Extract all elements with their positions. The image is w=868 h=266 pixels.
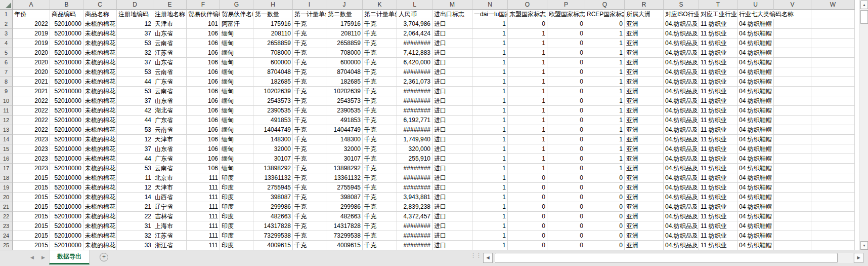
cell-R17[interactable]: 亚洲 (625, 164, 664, 173)
cell-O15[interactable]: 1 (508, 144, 547, 154)
cell-O18[interactable]: 0 (508, 173, 547, 183)
cell-F3[interactable]: 106 (187, 29, 220, 39)
cell-R5[interactable]: 亚洲 (625, 48, 664, 58)
cell-M8[interactable]: 进口 (432, 77, 472, 87)
cell-K3[interactable]: 千克 (363, 29, 397, 39)
column-header-N[interactable]: N (472, 0, 508, 10)
cell-I15[interactable]: 千克 (293, 144, 326, 154)
cell-D5[interactable]: 32 (117, 48, 153, 58)
cell-N23[interactable]: 1 (472, 221, 508, 231)
cell-K16[interactable]: 千克 (363, 154, 397, 164)
cell-R24[interactable]: 亚洲 (625, 231, 664, 241)
cell-O8[interactable]: 1 (508, 77, 547, 87)
cell-G10[interactable]: 缅甸 (220, 96, 253, 106)
column-header-C[interactable]: C (83, 0, 117, 10)
cell-S2[interactable]: 04.纺织品及 (664, 19, 699, 29)
cell-S3[interactable]: 04.纺织品及 (664, 29, 699, 39)
cell-A18[interactable]: 2015 (13, 173, 50, 183)
cell-S23[interactable]: 04.纺织品及 (664, 221, 699, 231)
cell-C8[interactable]: 未梳的棉花 (83, 77, 117, 87)
cell-D4[interactable]: 53 (117, 39, 153, 48)
cell-H5[interactable]: 708000 (253, 48, 293, 58)
cell-F23[interactable]: 111 (187, 221, 220, 231)
cell-S11[interactable]: 04.纺织品及 (664, 106, 699, 116)
cell-V23[interactable] (774, 221, 811, 231)
cell-S1[interactable]: 对应ISO行业 (664, 10, 699, 19)
cell-B25[interactable]: 52010000 (50, 241, 83, 250)
cell-Q25[interactable]: 0 (585, 241, 625, 250)
cell-Q6[interactable]: 1 (585, 58, 625, 67)
cell-H18[interactable]: 13361132 (253, 173, 293, 183)
cell-C5[interactable]: 未梳的棉花 (83, 48, 117, 58)
cell-C17[interactable]: 未梳的棉花 (83, 164, 117, 173)
cell-F6[interactable]: 106 (187, 58, 220, 67)
cell-M22[interactable]: 进口 (432, 212, 472, 221)
cell-A3[interactable]: 2019 (13, 29, 50, 39)
cell-F7[interactable]: 106 (187, 67, 220, 77)
cell-K14[interactable]: 千克 (363, 135, 397, 144)
cell-L1[interactable]: 人民币 (397, 10, 432, 19)
cell-D6[interactable]: 37 (117, 58, 153, 67)
column-header-B[interactable]: B (50, 0, 83, 10)
cell-O19[interactable]: 0 (508, 183, 547, 193)
cell-E20[interactable]: 山西省 (153, 193, 187, 202)
cell-Q15[interactable]: 1 (585, 144, 625, 154)
cell-A11[interactable]: 2022 (13, 106, 50, 116)
cell-V18[interactable] (774, 173, 811, 183)
cell-Q2[interactable]: 0 (585, 19, 625, 29)
cell-N3[interactable]: 1 (472, 29, 508, 39)
cell-D22[interactable]: 22 (117, 212, 153, 221)
cell-U3[interactable]: 04 纺织鞋帽 (737, 29, 774, 39)
cell-B19[interactable]: 52010000 (50, 183, 83, 193)
cell-N13[interactable]: 1 (472, 125, 508, 135)
cell-T13[interactable]: 11 纺织业 (699, 125, 737, 135)
cell-J1[interactable]: 第二数量 (326, 10, 363, 19)
column-header-K[interactable]: K (363, 0, 397, 10)
cell-L9[interactable]: ######## (397, 87, 432, 96)
cell-O13[interactable]: 1 (508, 125, 547, 135)
cell-S19[interactable]: 04.纺织品及 (664, 183, 699, 193)
cell-L23[interactable]: ######## (397, 221, 432, 231)
cell-E21[interactable]: 辽宁省 (153, 202, 187, 212)
cell-L2[interactable]: 3,704,986 (397, 19, 432, 29)
cell-V13[interactable] (774, 125, 811, 135)
row-header-7[interactable]: 7 (0, 67, 13, 77)
cell-N10[interactable]: 1 (472, 96, 508, 106)
cell-C21[interactable]: 未梳的棉花 (83, 202, 117, 212)
cell-F9[interactable]: 106 (187, 87, 220, 96)
cell-M18[interactable]: 进口 (432, 173, 472, 183)
column-header-J[interactable]: J (326, 0, 363, 10)
cell-N17[interactable]: 1 (472, 164, 508, 173)
tab-splitter-handle[interactable]: ⋮⋮ (470, 253, 482, 258)
row-header-20[interactable]: 20 (0, 193, 13, 202)
cell-R9[interactable]: 亚洲 (625, 87, 664, 96)
cell-P24[interactable]: 0 (547, 231, 585, 241)
cell-I11[interactable]: 千克 (293, 106, 326, 116)
cell-D10[interactable]: 37 (117, 96, 153, 106)
cell-D18[interactable]: 11 (117, 173, 153, 183)
cell-D9[interactable]: 53 (117, 87, 153, 96)
cell-O7[interactable]: 1 (508, 67, 547, 77)
cell-L18[interactable]: ######## (397, 173, 432, 183)
cell-F20[interactable]: 111 (187, 193, 220, 202)
cell-R7[interactable]: 亚洲 (625, 67, 664, 77)
sheet-tab-active[interactable]: 数据导出 (49, 250, 90, 264)
cell-W10[interactable] (811, 96, 855, 106)
cell-Q13[interactable]: 1 (585, 125, 625, 135)
cell-T16[interactable]: 11 纺织业 (699, 154, 737, 164)
cell-B14[interactable]: 52010000 (50, 135, 83, 144)
cell-D17[interactable]: 53 (117, 164, 153, 173)
cell-R6[interactable]: 亚洲 (625, 58, 664, 67)
cell-G2[interactable]: 阿富汗 (220, 19, 253, 29)
cell-J19[interactable]: 2755945 (326, 183, 363, 193)
cell-U4[interactable]: 04 纺织鞋帽 (737, 39, 774, 48)
cell-J12[interactable]: 491853 (326, 116, 363, 125)
cell-V14[interactable] (774, 135, 811, 144)
cell-V21[interactable] (774, 202, 811, 212)
cell-A7[interactable]: 2020 (13, 67, 50, 77)
cell-R20[interactable]: 亚洲 (625, 193, 664, 202)
cell-L4[interactable]: ######## (397, 39, 432, 48)
cell-W12[interactable] (811, 116, 855, 125)
cell-C19[interactable]: 未梳的棉花 (83, 183, 117, 193)
cell-J15[interactable]: 32000 (326, 144, 363, 154)
